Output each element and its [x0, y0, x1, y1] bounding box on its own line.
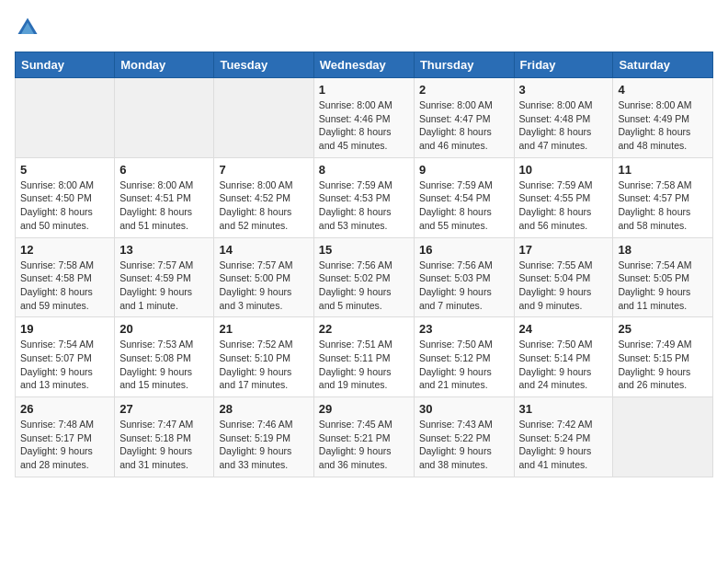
calendar-week-2: 5Sunrise: 8:00 AM Sunset: 4:50 PM Daylig… — [16, 157, 713, 237]
calendar-cell: 6Sunrise: 8:00 AM Sunset: 4:51 PM Daylig… — [115, 157, 214, 237]
day-number: 3 — [519, 83, 609, 97]
day-info: Sunrise: 8:00 AM Sunset: 4:48 PM Dayligh… — [519, 98, 609, 153]
day-info: Sunrise: 7:49 AM Sunset: 5:15 PM Dayligh… — [618, 338, 708, 392]
day-number: 26 — [20, 402, 109, 416]
day-info: Sunrise: 8:00 AM Sunset: 4:47 PM Dayligh… — [419, 98, 509, 153]
page-header — [15, 15, 713, 40]
calendar-cell: 29Sunrise: 7:45 AM Sunset: 5:21 PM Dayli… — [313, 397, 414, 477]
day-number: 31 — [519, 402, 609, 416]
calendar-cell: 25Sunrise: 7:49 AM Sunset: 5:15 PM Dayli… — [613, 317, 713, 397]
logo-icon — [15, 15, 40, 40]
day-info: Sunrise: 7:48 AM Sunset: 5:17 PM Dayligh… — [20, 418, 109, 472]
calendar-cell: 5Sunrise: 8:00 AM Sunset: 4:50 PM Daylig… — [16, 157, 115, 237]
day-info: Sunrise: 7:46 AM Sunset: 5:19 PM Dayligh… — [219, 418, 308, 472]
day-info: Sunrise: 7:59 AM Sunset: 4:54 PM Dayligh… — [419, 178, 509, 233]
calendar-cell: 27Sunrise: 7:47 AM Sunset: 5:18 PM Dayli… — [115, 397, 214, 477]
calendar-cell: 15Sunrise: 7:56 AM Sunset: 5:02 PM Dayli… — [313, 237, 414, 317]
calendar-header-row: SundayMondayTuesdayWednesdayThursdayFrid… — [16, 52, 713, 78]
calendar-cell: 22Sunrise: 7:51 AM Sunset: 5:11 PM Dayli… — [313, 317, 414, 397]
day-number: 7 — [219, 163, 308, 177]
day-number: 17 — [519, 243, 609, 257]
calendar-cell — [613, 397, 713, 477]
day-number: 15 — [319, 243, 409, 257]
day-number: 27 — [119, 402, 209, 416]
day-info: Sunrise: 7:54 AM Sunset: 5:07 PM Dayligh… — [20, 338, 109, 392]
calendar-cell: 20Sunrise: 7:53 AM Sunset: 5:08 PM Dayli… — [115, 317, 214, 397]
day-number: 5 — [20, 163, 109, 177]
day-number: 14 — [219, 243, 308, 257]
day-info: Sunrise: 7:42 AM Sunset: 5:24 PM Dayligh… — [519, 418, 609, 472]
calendar-cell: 13Sunrise: 7:57 AM Sunset: 4:59 PM Dayli… — [115, 237, 214, 317]
calendar-cell: 28Sunrise: 7:46 AM Sunset: 5:19 PM Dayli… — [214, 397, 313, 477]
day-number: 6 — [119, 163, 209, 177]
day-info: Sunrise: 7:51 AM Sunset: 5:11 PM Dayligh… — [319, 338, 409, 392]
calendar-cell: 21Sunrise: 7:52 AM Sunset: 5:10 PM Dayli… — [214, 317, 313, 397]
day-info: Sunrise: 7:50 AM Sunset: 5:14 PM Dayligh… — [519, 338, 609, 392]
day-header-friday: Friday — [514, 52, 613, 78]
day-number: 30 — [419, 402, 509, 416]
day-number: 18 — [618, 243, 708, 257]
day-number: 16 — [419, 243, 509, 257]
day-number: 22 — [319, 322, 409, 336]
calendar-cell: 9Sunrise: 7:59 AM Sunset: 4:54 PM Daylig… — [414, 157, 514, 237]
calendar-cell: 31Sunrise: 7:42 AM Sunset: 5:24 PM Dayli… — [514, 397, 613, 477]
calendar-cell: 24Sunrise: 7:50 AM Sunset: 5:14 PM Dayli… — [514, 317, 613, 397]
day-header-tuesday: Tuesday — [214, 52, 313, 78]
day-number: 11 — [618, 163, 708, 177]
calendar-week-1: 1Sunrise: 8:00 AM Sunset: 4:46 PM Daylig… — [16, 78, 713, 158]
day-info: Sunrise: 8:00 AM Sunset: 4:50 PM Dayligh… — [20, 178, 109, 233]
day-number: 13 — [119, 243, 209, 257]
calendar-cell: 19Sunrise: 7:54 AM Sunset: 5:07 PM Dayli… — [16, 317, 115, 397]
day-info: Sunrise: 7:50 AM Sunset: 5:12 PM Dayligh… — [419, 338, 509, 392]
day-info: Sunrise: 8:00 AM Sunset: 4:51 PM Dayligh… — [119, 178, 209, 233]
day-info: Sunrise: 7:47 AM Sunset: 5:18 PM Dayligh… — [119, 418, 209, 472]
day-number: 28 — [219, 402, 308, 416]
day-number: 8 — [319, 163, 409, 177]
calendar-cell: 30Sunrise: 7:43 AM Sunset: 5:22 PM Dayli… — [414, 397, 514, 477]
day-info: Sunrise: 7:58 AM Sunset: 4:58 PM Dayligh… — [20, 259, 109, 313]
calendar-week-4: 19Sunrise: 7:54 AM Sunset: 5:07 PM Dayli… — [16, 317, 713, 397]
day-number: 10 — [519, 163, 609, 177]
day-number: 4 — [618, 83, 708, 97]
calendar-cell: 23Sunrise: 7:50 AM Sunset: 5:12 PM Dayli… — [414, 317, 514, 397]
day-header-thursday: Thursday — [414, 52, 514, 78]
day-number: 21 — [219, 322, 308, 336]
day-info: Sunrise: 7:59 AM Sunset: 4:53 PM Dayligh… — [319, 178, 409, 233]
calendar-cell: 26Sunrise: 7:48 AM Sunset: 5:17 PM Dayli… — [16, 397, 115, 477]
day-header-sunday: Sunday — [16, 52, 115, 78]
day-info: Sunrise: 7:55 AM Sunset: 5:04 PM Dayligh… — [519, 259, 609, 313]
calendar-cell: 11Sunrise: 7:58 AM Sunset: 4:57 PM Dayli… — [613, 157, 713, 237]
day-info: Sunrise: 7:56 AM Sunset: 5:03 PM Dayligh… — [419, 259, 509, 313]
day-number: 29 — [319, 402, 409, 416]
day-number: 25 — [618, 322, 708, 336]
day-info: Sunrise: 8:00 AM Sunset: 4:49 PM Dayligh… — [618, 98, 708, 153]
calendar-cell — [16, 78, 115, 158]
calendar-cell: 14Sunrise: 7:57 AM Sunset: 5:00 PM Dayli… — [214, 237, 313, 317]
calendar-cell: 8Sunrise: 7:59 AM Sunset: 4:53 PM Daylig… — [313, 157, 414, 237]
day-number: 19 — [20, 322, 109, 336]
day-number: 24 — [519, 322, 609, 336]
calendar-cell — [115, 78, 214, 158]
calendar-cell: 16Sunrise: 7:56 AM Sunset: 5:03 PM Dayli… — [414, 237, 514, 317]
day-info: Sunrise: 7:57 AM Sunset: 4:59 PM Dayligh… — [119, 259, 209, 313]
day-info: Sunrise: 8:00 AM Sunset: 4:46 PM Dayligh… — [319, 98, 409, 153]
day-info: Sunrise: 7:53 AM Sunset: 5:08 PM Dayligh… — [119, 338, 209, 392]
calendar-cell: 10Sunrise: 7:59 AM Sunset: 4:55 PM Dayli… — [514, 157, 613, 237]
calendar-cell: 1Sunrise: 8:00 AM Sunset: 4:46 PM Daylig… — [313, 78, 414, 158]
day-info: Sunrise: 7:43 AM Sunset: 5:22 PM Dayligh… — [419, 418, 509, 472]
calendar-cell: 2Sunrise: 8:00 AM Sunset: 4:47 PM Daylig… — [414, 78, 514, 158]
calendar-cell — [214, 78, 313, 158]
day-number: 23 — [419, 322, 509, 336]
day-info: Sunrise: 7:57 AM Sunset: 5:00 PM Dayligh… — [219, 259, 308, 313]
day-number: 12 — [20, 243, 109, 257]
day-info: Sunrise: 7:45 AM Sunset: 5:21 PM Dayligh… — [319, 418, 409, 472]
calendar-cell: 4Sunrise: 8:00 AM Sunset: 4:49 PM Daylig… — [613, 78, 713, 158]
day-info: Sunrise: 7:58 AM Sunset: 4:57 PM Dayligh… — [618, 178, 708, 233]
calendar-week-5: 26Sunrise: 7:48 AM Sunset: 5:17 PM Dayli… — [16, 397, 713, 477]
day-info: Sunrise: 7:59 AM Sunset: 4:55 PM Dayligh… — [519, 178, 609, 233]
day-info: Sunrise: 7:52 AM Sunset: 5:10 PM Dayligh… — [219, 338, 308, 392]
day-number: 20 — [119, 322, 209, 336]
calendar-cell: 3Sunrise: 8:00 AM Sunset: 4:48 PM Daylig… — [514, 78, 613, 158]
day-header-monday: Monday — [115, 52, 214, 78]
calendar-table: SundayMondayTuesdayWednesdayThursdayFrid… — [15, 52, 713, 477]
